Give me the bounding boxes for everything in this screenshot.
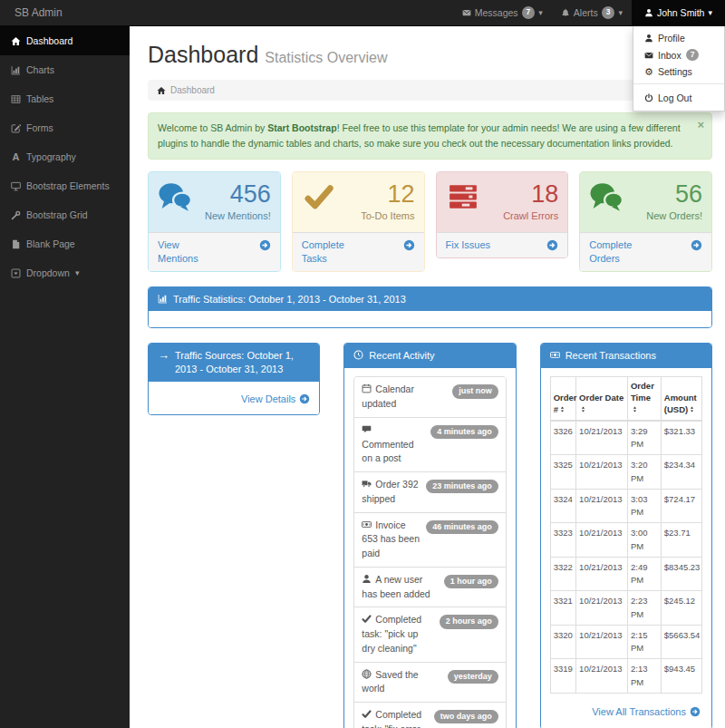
column-header-order-date[interactable]: Order Date: [576, 377, 628, 421]
bar-chart-icon: [158, 294, 168, 304]
table-row: 332410/21/20133:03 PM$724.17: [550, 489, 701, 523]
traffic-sources-panel: → Traffic Sources: October 1, 2013 - Oct…: [148, 343, 320, 415]
fix-issues-link[interactable]: Fix Issues: [437, 232, 568, 257]
view-details-link[interactable]: View Details: [241, 393, 310, 404]
column-header-amount[interactable]: Amount (USD): [661, 377, 701, 421]
check-icon: [362, 614, 372, 624]
list-item: Saved the world yesterday: [354, 663, 505, 704]
file-icon: [11, 239, 21, 249]
sort-icon: [559, 405, 566, 413]
table-icon: [11, 94, 21, 104]
panel-title: Traffic Statistics: October 1, 2013 - Oc…: [173, 293, 406, 306]
globe-icon: [362, 669, 372, 679]
table-row: 332310/21/20133:00 PM$23.71: [550, 523, 701, 558]
sidebar-item-dropdown[interactable]: Dropdown ▾: [0, 258, 130, 287]
sidebar-nav: Dashboard Charts Tables Forms A Typograp…: [0, 26, 130, 728]
page-subtitle: Statistics Overview: [265, 50, 387, 65]
home-icon: [11, 36, 21, 46]
time-badge: two days ago: [434, 710, 498, 723]
menu-item-settings[interactable]: ⚙ Settings: [633, 63, 724, 80]
stat-label: Crawl Errors: [503, 209, 558, 223]
menu-item-inbox[interactable]: Inbox 7: [633, 46, 724, 63]
caret-down-icon: ▾: [538, 9, 543, 17]
sort-icon: [632, 405, 638, 413]
user-dropdown-menu: Profile Inbox 7 ⚙ Settings Log Out: [633, 26, 725, 112]
list-item: Completed task: "pick up dry cleaning" 2…: [354, 607, 505, 662]
table-row: 332210/21/20132:49 PM$8345.23: [550, 557, 701, 591]
menu-item-profile[interactable]: Profile: [633, 30, 724, 46]
close-icon[interactable]: ×: [697, 116, 704, 135]
sidebar-item-forms[interactable]: Forms: [0, 113, 130, 142]
messages-dropdown-toggle[interactable]: Messages 7 ▾: [453, 0, 552, 25]
clock-icon: [353, 350, 363, 360]
panel-title: Recent Transactions: [566, 349, 656, 363]
stat-value: 18: [484, 181, 559, 207]
sidebar-item-bootstrap-elements[interactable]: Bootstrap Elements: [0, 171, 130, 200]
caret-down-icon: ▾: [618, 9, 623, 17]
activity-list: Calendar updated just now Commented on a…: [353, 376, 506, 728]
arrow-circle-right-icon: [299, 393, 310, 404]
comments-icon: [158, 181, 192, 216]
panel-title: Traffic Sources: October 1, 2013 - Octob…: [175, 349, 310, 376]
home-icon: [157, 86, 166, 95]
time-badge: just now: [452, 384, 498, 398]
traffic-statistics-panel: Traffic Statistics: October 1, 2013 - Oc…: [148, 286, 712, 329]
alerts-badge: 3: [602, 6, 615, 18]
power-icon: [644, 93, 653, 102]
complete-tasks-link[interactable]: Complete Tasks: [293, 232, 424, 271]
table-row: 332610/21/20133:29 PM$321.33: [550, 421, 701, 455]
column-header-order-number[interactable]: Order #: [550, 377, 575, 421]
table-row: 331910/21/20132:13 PM$943.45: [550, 659, 701, 694]
sidebar-item-blank-page[interactable]: Blank Page: [0, 229, 130, 258]
stat-value: 12: [340, 181, 415, 207]
sidebar-item-typography[interactable]: A Typography: [0, 142, 130, 171]
comment-icon: [362, 424, 372, 434]
list-item: Invoice 653 has been paid 46 minutes ago: [354, 513, 505, 568]
traffic-statistics-chart-area: [149, 311, 711, 327]
time-badge: yesterday: [448, 670, 498, 684]
stat-value: 56: [627, 181, 702, 207]
truck-icon: [362, 479, 372, 489]
stat-value: 456: [196, 181, 271, 207]
calendar-icon: [362, 383, 372, 393]
time-badge: 1 hour ago: [444, 575, 498, 588]
bell-icon: [561, 8, 570, 17]
table-row: 332510/21/20133:20 PM$234.34: [550, 455, 701, 490]
welcome-alert: Welcome to SB Admin by Start Bootstrap! …: [148, 112, 712, 160]
sidebar-item-charts[interactable]: Charts: [0, 55, 130, 84]
comments-icon: [589, 181, 624, 216]
app-brand[interactable]: SB Admin: [0, 0, 77, 25]
stat-panel-row: 456 New Mentions! View Mentions 12 To-Do…: [148, 171, 712, 272]
alert-brand-link[interactable]: Start Bootstrap: [267, 122, 336, 133]
transactions-table: Order # Order Date Order Time Amount (US…: [550, 376, 702, 693]
long-arrow-right-icon: →: [158, 349, 169, 361]
user-icon: [644, 8, 653, 17]
check-icon: [362, 709, 372, 719]
stat-label: New Mentions!: [205, 209, 271, 223]
recent-activity-panel: Recent Activity Calendar updated just no…: [343, 343, 516, 728]
user-dropdown-toggle[interactable]: John Smith ▾: [632, 0, 725, 25]
edit-icon: [11, 123, 21, 133]
list-item: Commented on a post 4 minutes ago: [354, 418, 505, 472]
top-navbar: SB Admin Messages 7 ▾ Alerts 3 ▾ John Sm…: [0, 0, 725, 26]
inbox-badge: 7: [686, 49, 700, 61]
alerts-dropdown-toggle[interactable]: Alerts 3 ▾: [552, 0, 632, 25]
menu-divider: [633, 83, 724, 84]
arrow-circle-right-icon: [546, 239, 558, 251]
stat-panel-todo: 12 To-Do Items Complete Tasks: [292, 171, 425, 272]
recent-transactions-panel: Recent Transactions Order # Order Date O…: [540, 343, 712, 728]
sidebar-item-bootstrap-grid[interactable]: Bootstrap Grid: [0, 200, 130, 229]
caret-down-icon: ▾: [708, 9, 712, 17]
bar-chart-icon: [11, 65, 21, 75]
wrench-icon: [11, 210, 21, 220]
messages-label: Messages: [475, 7, 518, 18]
user-icon: [362, 574, 372, 584]
view-mentions-link[interactable]: View Mentions: [149, 232, 280, 271]
column-header-order-time[interactable]: Order Time: [627, 377, 661, 421]
sidebar-item-dashboard[interactable]: Dashboard: [0, 26, 130, 55]
sidebar-item-tables[interactable]: Tables: [0, 84, 130, 113]
complete-orders-link[interactable]: Complete Orders: [580, 232, 711, 271]
money-icon: [362, 519, 372, 529]
view-all-transactions-link[interactable]: View All Transactions: [592, 706, 701, 717]
menu-item-logout[interactable]: Log Out: [633, 90, 724, 106]
